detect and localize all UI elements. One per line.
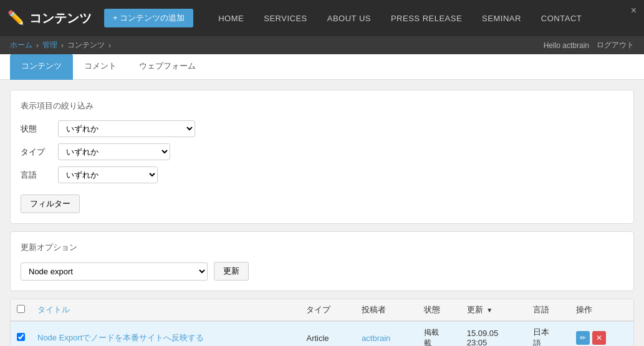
language-select[interactable]: いずれか 日本語 English <box>58 166 158 183</box>
row-title-link[interactable]: Node Exportでノードを本番サイトへ反映する <box>37 333 204 342</box>
row-language-cell: 日本語 <box>527 321 570 346</box>
status-row: 状態 いずれか 公開 非公開 <box>21 120 623 137</box>
type-select[interactable]: いずれか Article Page <box>58 143 170 160</box>
breadcrumb: ホーム › 管理 › コンテンツ › <box>10 40 115 50</box>
title-sort[interactable]: タイトル <box>37 305 70 314</box>
header-title: タイトル <box>31 299 300 321</box>
header-type: タイプ <box>300 299 355 321</box>
update-options-panel: 更新オプション Node export 公開する 非公開にする 削除 更新 <box>10 231 634 291</box>
row-checkbox-cell <box>11 321 31 346</box>
row-actions-cell: ✏ ✕ <box>570 321 633 346</box>
header-language: 言語 <box>527 299 570 321</box>
row-author-cell: actbrain <box>355 321 418 346</box>
language-row: 言語 いずれか 日本語 English <box>21 166 623 183</box>
filter-panel-title: 表示項目の絞り込み <box>21 100 623 112</box>
row-type-cell: Article <box>300 321 355 346</box>
breadcrumb-sep-2: › <box>61 41 64 50</box>
nav-link-about[interactable]: ABOUT US <box>317 14 381 23</box>
language-label: 言語 <box>21 170 58 181</box>
nav-link-services[interactable]: SERVICES <box>254 14 317 23</box>
user-actions: Hello actbrain ログアウト <box>544 40 634 50</box>
row-language: 日本語 <box>533 327 549 346</box>
row-updated-cell: 15.09.05 23:05 <box>461 321 527 346</box>
breadcrumb-bar: ホーム › 管理 › コンテンツ › Hello actbrain ログアウト <box>0 36 644 54</box>
update-button[interactable]: 更新 <box>214 262 249 281</box>
header-author: 投稿者 <box>355 299 418 321</box>
main-content: 表示項目の絞り込み 状態 いずれか 公開 非公開 タイプ いずれか Articl… <box>0 80 644 346</box>
nav-link-contact[interactable]: CONTACT <box>531 14 592 23</box>
row-updated-date: 15.09.05 <box>467 329 499 338</box>
action-icons: ✏ ✕ <box>576 331 627 345</box>
nav-logo: ✏️ コンテンツ <box>7 10 92 27</box>
nav-links: HOME SERVICES ABOUT US PRESS RELEASE SEM… <box>208 14 637 23</box>
tab-comments[interactable]: コメント <box>73 54 128 80</box>
nav-link-home[interactable]: HOME <box>208 14 254 23</box>
status-label: 状態 <box>21 123 58 135</box>
header-checkbox-cell <box>11 299 31 321</box>
row-author-link[interactable]: actbrain <box>362 334 390 343</box>
table-row: Node Exportでノードを本番サイトへ反映する Article actbr… <box>11 321 633 346</box>
hello-user-text: Hello actbrain <box>544 41 589 50</box>
tab-contents[interactable]: コンテンツ <box>10 54 73 80</box>
select-all-checkbox[interactable] <box>17 305 25 313</box>
nav-link-press[interactable]: PRESS RELEASE <box>381 14 472 23</box>
breadcrumb-sep-3: › <box>108 41 111 50</box>
nav-link-seminar[interactable]: SEMINAR <box>472 14 531 23</box>
breadcrumb-home[interactable]: ホーム <box>10 40 32 50</box>
row-updated-time: 23:05 <box>467 338 488 346</box>
row-status-cell: 掲載載 <box>418 321 461 346</box>
type-label: タイプ <box>21 147 58 158</box>
edit-icon[interactable]: ✏ <box>576 331 590 345</box>
row-title-cell: Node Exportでノードを本番サイトへ反映する <box>31 321 300 346</box>
logo-icon: ✏️ <box>7 10 24 26</box>
logout-button[interactable]: ログアウト <box>597 40 634 50</box>
header-status: 状態 <box>418 299 461 321</box>
top-nav: ✏️ コンテンツ コンテンツの追加 HOME SERVICES ABOUT US… <box>0 0 644 36</box>
tabs-bar: コンテンツ コメント ウェブフォーム <box>0 54 644 80</box>
breadcrumb-admin[interactable]: 管理 <box>42 40 57 50</box>
updated-sort-arrow: ▼ <box>486 307 493 314</box>
filter-panel: 表示項目の絞り込み 状態 いずれか 公開 非公開 タイプ いずれか Articl… <box>10 90 634 224</box>
row-status: 掲載載 <box>424 328 439 346</box>
delete-icon[interactable]: ✕ <box>592 331 606 345</box>
content-table-container: タイトル タイプ 投稿者 状態 更新 ▼ 言語 操作 <box>10 299 634 346</box>
status-select[interactable]: いずれか 公開 非公開 <box>58 120 195 137</box>
close-icon[interactable]: × <box>631 5 637 16</box>
add-content-button[interactable]: コンテンツの追加 <box>104 9 193 27</box>
row-checkbox[interactable] <box>17 333 25 341</box>
updated-label: 更新 <box>467 305 483 314</box>
breadcrumb-current: コンテンツ <box>67 40 105 50</box>
filter-button[interactable]: フィルター <box>21 195 80 213</box>
logo-text: コンテンツ <box>29 10 92 27</box>
header-actions: 操作 <box>570 299 633 321</box>
update-panel-title: 更新オプション <box>21 242 623 253</box>
table-header-row: タイトル タイプ 投稿者 状態 更新 ▼ 言語 操作 <box>11 299 633 321</box>
header-updated[interactable]: 更新 ▼ <box>461 299 527 321</box>
update-select[interactable]: Node export 公開する 非公開にする 削除 <box>21 262 208 281</box>
update-row: Node export 公開する 非公開にする 削除 更新 <box>21 262 623 281</box>
content-table: タイトル タイプ 投稿者 状態 更新 ▼ 言語 操作 <box>11 299 633 346</box>
type-row: タイプ いずれか Article Page <box>21 143 623 160</box>
breadcrumb-sep-1: › <box>36 41 39 50</box>
tab-webform[interactable]: ウェブフォーム <box>128 54 207 80</box>
